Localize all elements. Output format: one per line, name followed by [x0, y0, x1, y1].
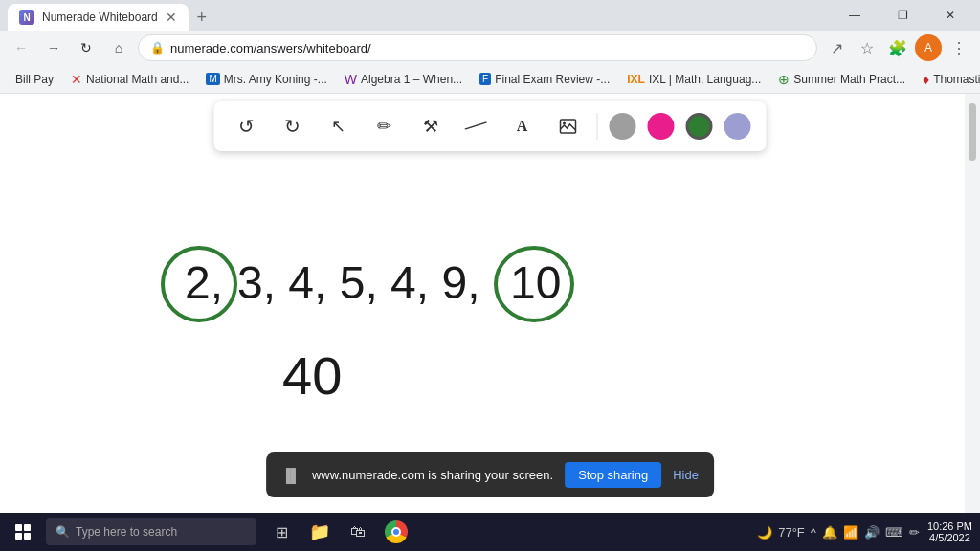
address-bar: ← → ↻ ⌂ 🔒 numerade.com/answers/whiteboar… — [0, 31, 980, 65]
tab-area: N Numerade Whiteboard ✕ + — [8, 0, 825, 31]
maximize-button[interactable]: ❐ — [880, 0, 924, 31]
system-clock[interactable]: 10:26 PM 4/5/2022 — [927, 520, 972, 543]
browser-frame: N Numerade Whiteboard ✕ + — ❐ ✕ ← → ↻ ⌂ … — [0, 0, 980, 551]
weather-icon: 🌙 — [757, 525, 772, 540]
svg-text:3, 4, 5, 4, 9,: 3, 4, 5, 4, 9, — [237, 257, 480, 308]
window-controls: — ❐ ✕ — [833, 0, 972, 31]
taskbar-right: 🌙 77°F ^ 🔔 📶 🔊 ⌨ ✏ 10:26 PM 4/5/2022 — [757, 520, 976, 543]
url-text: numerade.com/answers/whiteboard/ — [170, 41, 805, 55]
color-gray-button[interactable] — [610, 113, 636, 140]
bookmark-label: National Math and... — [86, 73, 189, 86]
search-placeholder: Type here to search — [76, 525, 177, 539]
bookmark-label: Summer Math Pract... — [793, 73, 905, 86]
tools-button[interactable]: ⚒ — [413, 109, 448, 143]
refresh-button[interactable]: ↻ — [73, 34, 100, 61]
image-tool-button[interactable] — [551, 109, 586, 143]
taskbar-search[interactable]: 🔍 Type here to search — [46, 518, 256, 545]
bookmark-label: IXL | Math, Languag... — [649, 73, 761, 86]
bookmark-label: Bill Pay — [15, 73, 54, 86]
forward-button[interactable]: → — [40, 34, 67, 61]
extensions-button[interactable]: 🧩 — [884, 34, 911, 61]
bookmark-national-math[interactable]: ✕ National Math and... — [63, 70, 196, 89]
new-tab-button[interactable]: + — [189, 4, 215, 31]
svg-text:40: 40 — [282, 345, 342, 406]
url-bar[interactable]: 🔒 numerade.com/answers/whiteboard/ — [138, 34, 817, 61]
bookmark-billpay[interactable]: Bill Pay — [8, 71, 61, 88]
bookmark-label: Final Exam Review -... — [495, 73, 610, 86]
text-tool-button[interactable]: A — [505, 109, 540, 143]
whiteboard-canvas[interactable]: 2, 3, 4, 5, 4, 9, 10 40 — [0, 94, 980, 513]
system-tray: 🌙 77°F ^ 🔔 📶 🔊 ⌨ ✏ — [757, 525, 920, 540]
back-button[interactable]: ← — [8, 34, 34, 61]
profile-button[interactable]: A — [915, 34, 942, 61]
bookmark-final-exam[interactable]: F Final Exam Review -... — [472, 71, 617, 88]
line-tool-button[interactable]: ╱ — [452, 102, 501, 151]
undo-button[interactable]: ↺ — [230, 109, 264, 143]
speaker-icon[interactable]: 🔊 — [864, 525, 880, 540]
minimize-button[interactable]: — — [833, 0, 877, 31]
bookmark-algebra[interactable]: W Algebra 1 – When... — [337, 70, 470, 89]
sharing-message: www.numerade.com is sharing your screen. — [312, 468, 553, 482]
keyboard-icon[interactable]: ⌨ — [885, 525, 903, 540]
chrome-button[interactable] — [379, 515, 413, 549]
clock-date: 4/5/2022 — [929, 532, 970, 543]
bookmark-label: Mrs. Amy Koning -... — [224, 73, 327, 86]
bookmark-summer-math[interactable]: ⊕ Summer Math Pract... — [770, 70, 913, 89]
bookmark-icon: W — [345, 72, 357, 87]
bookmark-amy-koning[interactable]: M Mrs. Amy Koning -... — [198, 71, 334, 88]
lock-icon: 🔒 — [150, 41, 165, 55]
bookmark-button[interactable]: ☆ — [854, 34, 880, 61]
bookmark-ixl[interactable]: IXL IXL | Math, Languag... — [619, 71, 768, 88]
tab-favicon: N — [19, 10, 34, 25]
bookmark-icon: IXL — [627, 73, 645, 86]
bookmark-label: Algebra 1 – When... — [361, 73, 462, 86]
bookmark-icon: ✕ — [71, 72, 82, 87]
chrome-icon — [385, 520, 408, 543]
stylus-icon[interactable]: ✏ — [909, 525, 920, 540]
clock-time: 10:26 PM — [927, 520, 972, 532]
bookmark-label: Thomastik-Infeld C... — [933, 73, 980, 86]
content-area: ↺ ↻ ↖ ✏ ⚒ ╱ A — [0, 94, 980, 513]
bookmarks-bar: Bill Pay ✕ National Math and... M Mrs. A… — [0, 65, 980, 94]
color-purple-button[interactable] — [724, 113, 751, 140]
svg-text:10: 10 — [510, 257, 561, 308]
sharing-icon: ▐▌ — [281, 468, 301, 483]
taskbar-center-icons: ⊞ 📁 🛍 — [264, 515, 413, 549]
redo-button[interactable]: ↻ — [276, 109, 310, 143]
color-green-button[interactable] — [686, 113, 713, 140]
toolbar-divider — [597, 113, 598, 140]
stop-sharing-button[interactable]: Stop sharing — [565, 462, 661, 488]
network-icon[interactable]: 📶 — [843, 525, 858, 540]
bookmark-thomastik[interactable]: ♦ Thomastik-Infeld C... — [915, 70, 980, 89]
store-button[interactable]: 🛍 — [341, 515, 375, 549]
pencil-tool-button[interactable]: ✏ — [368, 109, 402, 143]
bookmark-icon: M — [206, 73, 219, 85]
bookmark-icon: ♦ — [923, 72, 929, 87]
sharing-banner: ▐▌ www.numerade.com is sharing your scre… — [266, 452, 714, 497]
file-explorer-button[interactable]: 📁 — [302, 515, 337, 549]
close-button[interactable]: ✕ — [928, 0, 972, 31]
image-icon — [559, 117, 578, 136]
hide-button[interactable]: Hide — [673, 468, 699, 482]
select-tool-button[interactable]: ↖ — [322, 109, 356, 143]
windows-logo-icon — [15, 524, 31, 540]
task-view-button[interactable]: ⊞ — [264, 515, 299, 549]
whiteboard-toolbar: ↺ ↻ ↖ ✏ ⚒ ╱ A — [214, 101, 767, 151]
chrome-inner — [391, 527, 401, 537]
tab-title: Numerade Whiteboard — [42, 11, 158, 24]
svg-point-1 — [563, 122, 566, 125]
menu-button[interactable]: ⋮ — [946, 34, 972, 61]
temperature-text: 77°F — [778, 525, 805, 540]
title-bar: N Numerade Whiteboard ✕ + — ❐ ✕ — [0, 0, 980, 31]
notification-icon[interactable]: 🔔 — [822, 525, 837, 540]
up-arrow-icon[interactable]: ^ — [811, 525, 816, 540]
active-tab[interactable]: N Numerade Whiteboard ✕ — [8, 4, 189, 31]
tab-close-button[interactable]: ✕ — [166, 10, 177, 25]
taskbar: 🔍 Type here to search ⊞ 📁 🛍 🌙 77°F ^ 🔔 📶 — [0, 513, 980, 551]
share-button[interactable]: ↗ — [823, 34, 850, 61]
svg-text:2,: 2, — [185, 257, 223, 308]
start-button[interactable] — [4, 513, 42, 551]
bookmark-icon: ⊕ — [778, 72, 790, 87]
home-button[interactable]: ⌂ — [105, 34, 132, 61]
color-pink-button[interactable] — [648, 113, 675, 140]
